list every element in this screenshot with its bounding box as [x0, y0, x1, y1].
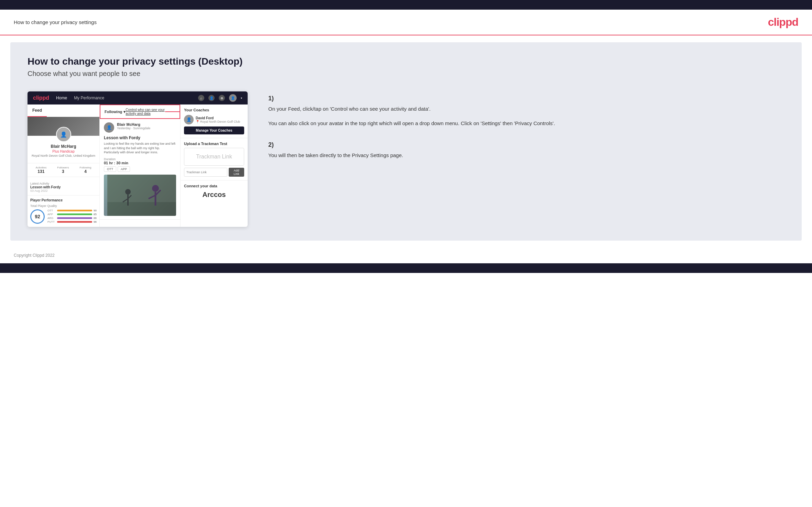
bar-arg: ARG 86: [47, 217, 97, 220]
stat-followers: Followers 3: [57, 166, 69, 174]
location-icon: 📍: [196, 120, 199, 123]
svg-point-2: [125, 189, 131, 195]
post-image: [104, 175, 176, 216]
bottom-bar: [0, 263, 812, 273]
following-label: Following: [105, 110, 122, 114]
trackman-input[interactable]: [184, 168, 227, 177]
trackman-input-row: Add Link: [184, 168, 244, 177]
main-content: How to change your privacy settings (Des…: [10, 42, 802, 241]
perf-title: Player Performance: [30, 198, 97, 202]
profile-name: Blair McHarg: [31, 144, 96, 149]
svg-rect-1: [107, 202, 176, 216]
perf-body: 92 OTT 90 APP 85: [30, 209, 97, 224]
instruction-2-text: You will then be taken directly to the P…: [268, 151, 784, 159]
followers-value: 3: [57, 169, 69, 174]
user-icon[interactable]: 👤: [208, 95, 215, 101]
trackman-placeholder-text: Trackman Link: [196, 154, 232, 159]
profile-club: Royal North Devon Golf Club, United King…: [31, 154, 96, 157]
latest-date: 03 Aug 2022: [30, 189, 97, 192]
following-value: 4: [80, 169, 91, 174]
svg-point-6: [152, 185, 159, 192]
latest-activity: Latest Activity Lesson with Fordy 03 Aug…: [28, 179, 99, 195]
stat-activities: Activities 131: [36, 166, 47, 174]
trackman-placeholder-box: Trackman Link: [184, 148, 244, 166]
instructions: 1) On your Feed, click/tap on 'Control w…: [261, 91, 784, 177]
connect-section: Connect your data Arccos: [181, 180, 248, 202]
tag-app: APP: [118, 166, 130, 172]
instruction-1-text-part2: You can also click on your avatar in the…: [268, 119, 784, 128]
following-label: Following: [80, 166, 91, 169]
arccos-logo: Arccos: [184, 191, 244, 199]
coaches-title: Your Coaches: [184, 108, 244, 112]
feed-header: Following ▾ Control who can see your act…: [100, 104, 180, 119]
bar-ott: OTT 90: [47, 209, 97, 212]
post-avatar: 👤: [104, 122, 114, 133]
instruction-1: 1) On your Feed, click/tap on 'Control w…: [268, 95, 784, 128]
connect-title: Connect your data: [184, 184, 244, 188]
trackman-title: Upload a Trackman Test: [184, 142, 244, 146]
app-logo: clippd: [33, 95, 49, 101]
latest-name: Lesson with Fordy: [30, 185, 97, 189]
manage-coaches-button[interactable]: Manage Your Coaches: [184, 126, 244, 134]
bar-putt: PUTT 96: [47, 220, 97, 223]
nav-my-performance[interactable]: My Performance: [74, 96, 104, 100]
post-location: Yesterday · Sunningdale: [117, 126, 150, 130]
duration-label: Duration: [104, 157, 176, 161]
copyright: Copyright Clippd 2022: [14, 253, 55, 258]
instruction-2-number: 2): [268, 141, 784, 148]
followers-label: Followers: [57, 166, 69, 169]
app-mockup: clippd Home My Performance ⌕ 👤 ⊕ 👤 ▾ Fee…: [28, 91, 248, 227]
app-feed: Following ▾ Control who can see your act…: [100, 104, 181, 227]
avatar-icon[interactable]: 👤: [229, 94, 237, 102]
app-body: Feed 👤 Blair McHarg Plus Handicap Royal …: [28, 104, 248, 227]
main-subtitle: Choose what you want people to see: [28, 70, 784, 78]
perf-bars: OTT 90 APP 85 ARG: [47, 209, 97, 224]
search-icon[interactable]: ⌕: [198, 95, 204, 101]
profile-handicap: Plus Handicap: [31, 150, 96, 153]
player-performance: Player Performance Total Player Quality …: [28, 195, 99, 227]
coaches-section: Your Coaches 👤 David Ford 📍 Royal North …: [181, 104, 248, 138]
coach-club-name: Royal North Devon Golf Club: [200, 120, 240, 123]
nav-home[interactable]: Home: [56, 96, 67, 100]
stat-following: Following 4: [80, 166, 91, 174]
following-btn[interactable]: Following ▾: [105, 110, 126, 114]
coach-club-row: 📍 Royal North Devon Golf Club: [196, 120, 240, 123]
app-nav: clippd Home My Performance ⌕ 👤 ⊕ 👤 ▾: [28, 91, 248, 104]
top-bar: [0, 0, 812, 10]
bar-app: APP 85: [47, 213, 97, 216]
latest-label: Latest Activity: [30, 182, 97, 185]
post-title: Lesson with Fordy: [104, 135, 176, 140]
profile-banner: 👤: [28, 117, 99, 136]
main-title: How to change your privacy settings (Des…: [28, 56, 784, 67]
coach-item: 👤 David Ford 📍 Royal North Devon Golf Cl…: [184, 115, 244, 124]
nav-right: ⌕ 👤 ⊕ 👤 ▾: [198, 94, 242, 102]
activities-value: 131: [36, 169, 47, 174]
profile-avatar: 👤: [56, 127, 71, 142]
header-title: How to change your privacy settings: [14, 19, 97, 25]
globe-icon[interactable]: ⊕: [219, 95, 225, 101]
duration-value: 01 hr : 30 min: [104, 161, 176, 165]
logo: clippd: [768, 16, 798, 29]
avatar-chevron-icon: ▾: [241, 97, 242, 100]
app-right-panel: Your Coaches 👤 David Ford 📍 Royal North …: [181, 104, 248, 227]
trackman-section: Upload a Trackman Test Trackman Link Add…: [181, 138, 248, 180]
coach-name: David Ford: [196, 116, 240, 120]
tag-ott: OTT: [104, 166, 116, 172]
instruction-2: 2) You will then be taken directly to th…: [268, 141, 784, 159]
demo-section: clippd Home My Performance ⌕ 👤 ⊕ 👤 ▾ Fee…: [28, 91, 784, 227]
post-author: Blair McHarg: [117, 122, 150, 126]
feed-tab[interactable]: Feed: [28, 104, 47, 117]
quality-label: Total Player Quality: [30, 204, 97, 208]
app-sidebar: Feed 👤 Blair McHarg Plus Handicap Royal …: [28, 104, 100, 227]
post-tags: OTT APP: [104, 166, 176, 172]
annotation-arrow: [165, 111, 180, 112]
instruction-1-text-part1: On your Feed, click/tap on 'Control who …: [268, 105, 784, 113]
add-link-button[interactable]: Add Link: [229, 168, 244, 177]
feed-post: 👤 Blair McHarg Yesterday · Sunningdale L…: [100, 119, 180, 220]
post-meta: Blair McHarg Yesterday · Sunningdale: [117, 122, 150, 130]
activities-label: Activities: [36, 166, 47, 169]
post-description: Looking to feel like my hands are exitin…: [104, 142, 176, 155]
footer: Copyright Clippd 2022: [0, 247, 812, 263]
coach-info: David Ford 📍 Royal North Devon Golf Club: [196, 116, 240, 123]
instruction-1-number: 1): [268, 95, 784, 102]
